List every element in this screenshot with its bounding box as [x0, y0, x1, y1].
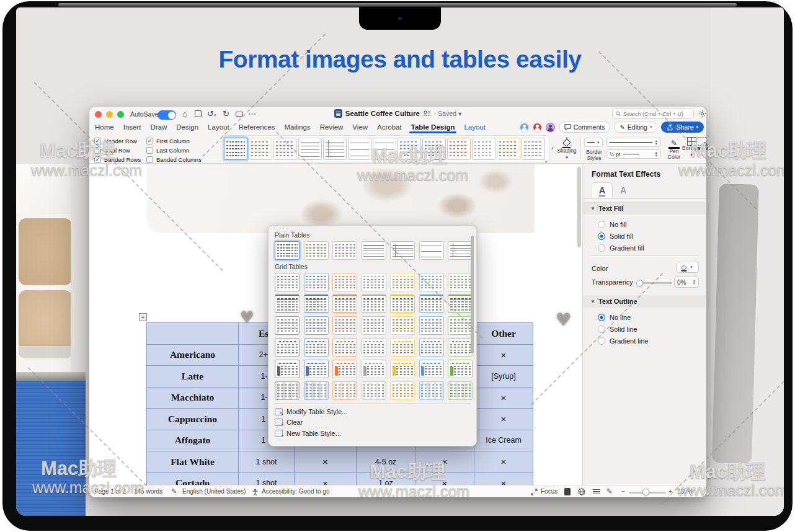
proofing-icon[interactable]: ✎: [171, 487, 177, 495]
table-style-thumbnail[interactable]: [448, 295, 473, 313]
table-style-thumbnail[interactable]: [332, 295, 357, 313]
search-box[interactable]: [612, 109, 694, 119]
table-cell[interactable]: Macchiato: [147, 387, 239, 409]
text-fill-option-no-fill[interactable]: No fill: [598, 219, 644, 229]
table-style-thumbnail[interactable]: [332, 241, 357, 260]
table-style-thumbnail[interactable]: [275, 316, 300, 335]
text-effects-tab[interactable]: A: [613, 182, 634, 198]
table-cell[interactable]: ×: [474, 344, 533, 366]
table-style-thumbnail[interactable]: [390, 338, 415, 357]
text-fill-tab[interactable]: A: [592, 182, 613, 198]
transparency-slider-knob[interactable]: [636, 280, 643, 286]
table-style-thumbnail[interactable]: [304, 338, 329, 357]
table-style-thumbnail[interactable]: [362, 316, 386, 335]
zoom-out-icon[interactable]: −: [621, 488, 625, 495]
table-style-thumbnail[interactable]: [275, 360, 300, 378]
share-button[interactable]: Share▾: [661, 122, 704, 133]
table-cell[interactable]: Latte: [147, 366, 239, 388]
table-cell[interactable]: ×: [295, 451, 357, 473]
table-cell[interactable]: ×: [474, 409, 533, 430]
table-style-thumbnail[interactable]: [390, 316, 415, 335]
radio-button[interactable]: [598, 314, 605, 321]
table-cell[interactable]: [Syrup]: [474, 366, 533, 388]
table-option-first-column[interactable]: ✓First Column: [146, 136, 202, 145]
table-style-thumbnail[interactable]: [362, 295, 386, 313]
comments-button[interactable]: Comments: [559, 122, 611, 133]
tab-insert[interactable]: Insert: [123, 122, 142, 133]
table-option-last-column[interactable]: Last Column: [146, 146, 202, 154]
radio-button[interactable]: [598, 337, 605, 345]
table-cell[interactable]: ×: [474, 387, 533, 409]
table-style-thumbnail[interactable]: [362, 241, 386, 260]
table-style-thumbnail[interactable]: [419, 316, 444, 335]
color-picker-button[interactable]: ▾: [677, 262, 699, 273]
table-style-thumbnail[interactable]: [304, 381, 329, 400]
web-layout-view-icon[interactable]: [578, 488, 585, 495]
line-style-picker[interactable]: ▲▼: [606, 138, 661, 147]
table-move-handle[interactable]: +: [139, 313, 147, 321]
tab-view[interactable]: View: [352, 122, 368, 133]
tab-home[interactable]: Home: [94, 122, 115, 133]
table-style-thumbnail[interactable]: [419, 381, 444, 400]
style-gallery-expand-icon[interactable]: ⌄: [544, 157, 549, 164]
table-style-thumbnail[interactable]: [332, 381, 357, 400]
gallery-scrollbar[interactable]: [471, 236, 474, 353]
table-style-thumbnail[interactable]: [362, 338, 386, 357]
search-input[interactable]: [623, 111, 690, 117]
print-layout-view-icon[interactable]: [564, 488, 571, 495]
table-style-thumbnail[interactable]: [390, 360, 415, 378]
table-style-thumbnail[interactable]: [390, 381, 415, 400]
focus-button[interactable]: Focus: [541, 488, 557, 495]
text-outline-option-gradient-line[interactable]: Gradient line: [598, 336, 648, 345]
table-style-thumbnail[interactable]: [390, 273, 415, 291]
table-style-thumbnail[interactable]: [362, 273, 386, 291]
document-scrollbar[interactable]: [577, 167, 581, 247]
radio-button[interactable]: [598, 233, 605, 240]
radio-button[interactable]: [598, 244, 605, 252]
text-fill-option-gradient-fill[interactable]: Gradient fill: [598, 243, 644, 252]
table-cell[interactable]: Affogato: [147, 430, 239, 451]
table-cell[interactable]: 1 shot: [239, 451, 295, 473]
saved-status[interactable]: · Saved ▾: [434, 110, 461, 117]
text-outline-option-no-line[interactable]: No line: [598, 313, 648, 322]
shading-button[interactable]: Shading ▾: [556, 137, 578, 161]
table-header-cell[interactable]: [147, 323, 239, 345]
avatar[interactable]: [533, 123, 542, 132]
table-cell[interactable]: Ice Cream: [474, 430, 533, 451]
table-style-thumbnail[interactable]: [448, 338, 473, 357]
table-style-thumbnail[interactable]: [522, 138, 545, 160]
table-style-thumbnail[interactable]: [323, 138, 347, 160]
table-style-thumbnail[interactable]: [348, 138, 371, 160]
tab-references[interactable]: References: [238, 122, 276, 133]
table-style-thumbnail[interactable]: [447, 138, 471, 160]
table-style-thumbnail[interactable]: [448, 241, 473, 260]
outline-view-icon[interactable]: [593, 489, 600, 494]
table-style-thumbnail[interactable]: [275, 273, 300, 291]
table-style-thumbnail[interactable]: [497, 138, 520, 160]
table-style-thumbnail[interactable]: [304, 360, 329, 378]
gallery-menu-new-table-style[interactable]: +New Table Style...: [275, 428, 470, 439]
editing-button[interactable]: ✎ Editing▾: [614, 122, 657, 133]
tab-mailings[interactable]: Mailings: [283, 122, 311, 133]
line-weight-picker[interactable]: ½ pt▲▼: [606, 149, 661, 159]
table-style-thumbnail[interactable]: [448, 360, 473, 378]
zoom-slider-knob[interactable]: [642, 489, 649, 495]
table-style-thumbnail[interactable]: [419, 338, 444, 357]
text-outline-section-header[interactable]: ▼Text Outline: [583, 295, 706, 308]
table-style-thumbnail[interactable]: [390, 295, 415, 313]
tab-design[interactable]: Design: [175, 122, 199, 133]
checkbox[interactable]: [146, 147, 153, 154]
text-fill-option-solid-fill[interactable]: Solid fill: [598, 231, 644, 241]
border-style-picker[interactable]: ▾: [584, 138, 603, 147]
language-indicator[interactable]: English (United States): [182, 488, 246, 495]
tab-layout[interactable]: Layout: [463, 122, 486, 133]
tab-acrobat[interactable]: Acrobat: [376, 122, 402, 133]
table-cell[interactable]: Cappuccino: [147, 409, 239, 430]
table-style-thumbnail[interactable]: [275, 338, 300, 357]
table-style-thumbnail[interactable]: [419, 273, 444, 291]
table-style-thumbnail[interactable]: [332, 338, 357, 357]
avatar[interactable]: [546, 123, 555, 132]
table-cell[interactable]: ×: [474, 451, 533, 473]
gallery-menu-modify-table-style[interactable]: ✎Modify Table Style...: [275, 406, 470, 417]
table-style-thumbnail[interactable]: [304, 241, 329, 260]
